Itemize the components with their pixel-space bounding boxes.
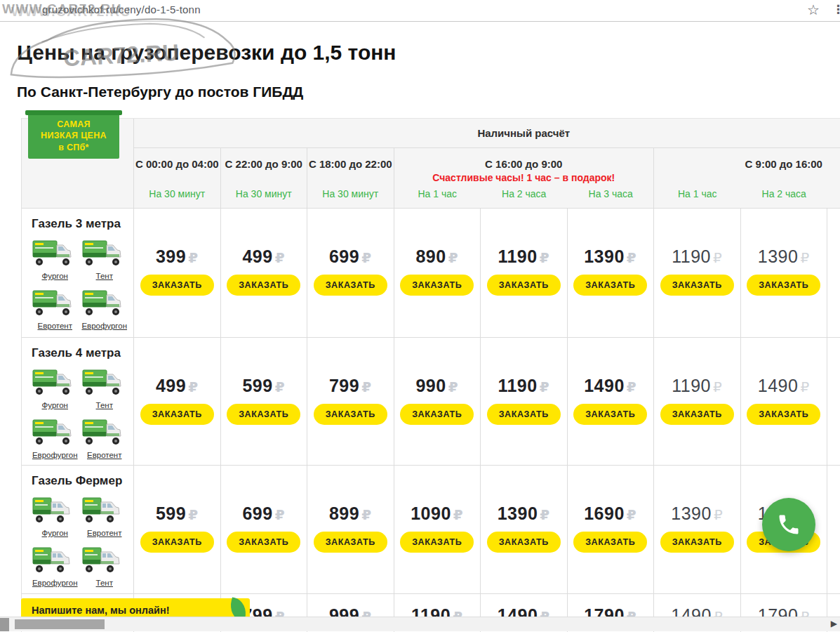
truck-image[interactable]: [32, 239, 78, 270]
order-button[interactable]: ЗАКАЗАТЬ: [487, 275, 561, 296]
bookmark-star-icon[interactable]: ☆: [807, 1, 820, 18]
vehicle-row-label: Газель 3 метраФургонТентЕвротентЕврофург…: [22, 209, 134, 338]
order-button[interactable]: ЗАКАЗАТЬ: [227, 275, 300, 296]
order-button[interactable]: ЗАКАЗАТЬ: [573, 404, 647, 425]
vehicle-type-link[interactable]: Тент: [96, 401, 113, 409]
truck-image[interactable]: [81, 419, 128, 449]
vehicle-type-link[interactable]: Тент: [96, 579, 113, 587]
browser-menu-icon[interactable]: ⋮: [832, 2, 840, 17]
order-button[interactable]: ЗАКАЗАТЬ: [573, 275, 647, 296]
ruble-sign: ₽: [361, 506, 371, 523]
order-button[interactable]: ЗАКАЗАТЬ: [660, 532, 734, 553]
price-cell: 1190₽ЗАКАЗАТЬ: [654, 209, 741, 338]
vehicle-type-link[interactable]: Еврофургон: [81, 322, 127, 330]
ruble-sign: ₽: [540, 506, 549, 523]
time-range-label: С 9:00 до 16:00: [654, 157, 840, 171]
price-cell: 1390₽ЗАКАЗАТЬ: [568, 209, 655, 338]
price-cell: 1090₽ЗАКАЗАТЬ: [394, 466, 481, 594]
page-subtitle: По Санкт-Петербургу до постов ГИБДД: [17, 84, 303, 100]
truck-image[interactable]: [81, 289, 128, 320]
order-button[interactable]: ЗАКАЗАТЬ: [573, 532, 647, 553]
time-slot-header: С 18:00 до 22:00На 30 минут: [307, 148, 394, 209]
price-value: 1190₽: [498, 376, 549, 396]
vehicle-type-link[interactable]: Еврофургон: [32, 451, 78, 459]
vehicle-row-title: Газель 3 метра: [32, 217, 129, 231]
order-button[interactable]: ЗАКАЗАТЬ: [400, 532, 474, 553]
truck-image[interactable]: [32, 419, 78, 449]
truck-image[interactable]: [81, 369, 128, 400]
price-value: 499₽: [242, 246, 285, 267]
order-button[interactable]: ЗАКАЗАТЬ: [314, 404, 387, 425]
price-value: 499₽: [156, 376, 199, 396]
price-cell: 1390₽ЗАКАЗАТЬ: [741, 209, 828, 338]
vehicle-type-link[interactable]: Фургон: [42, 529, 68, 537]
duration-label: На 30 минут: [221, 188, 307, 199]
time-range-label: С 22:00 до 9:00: [221, 157, 307, 171]
duration-label: На 2 часа: [481, 188, 568, 199]
scroll-right-arrow-icon[interactable]: ▶: [831, 619, 837, 628]
vehicle-type-link[interactable]: Еврофургон: [32, 579, 78, 587]
order-button[interactable]: ЗАКАЗАТЬ: [400, 275, 474, 296]
order-button[interactable]: ЗАКАЗАТЬ: [314, 275, 387, 296]
ruble-sign: ₽: [453, 506, 463, 523]
price-value: 1390₽: [758, 246, 810, 267]
vehicle-row-title: Газель 4 метра: [32, 346, 129, 360]
truck-image[interactable]: [81, 496, 128, 527]
price-cell: 1490₽ЗАКАЗАТЬ: [568, 338, 655, 466]
ruble-sign: ₽: [275, 506, 285, 523]
ruble-sign: ₽: [540, 249, 549, 266]
truck-image[interactable]: [32, 546, 78, 577]
order-button[interactable]: ЗАКАЗАТЬ: [660, 275, 734, 296]
order-button[interactable]: ЗАКАЗАТЬ: [227, 404, 300, 425]
truck-image[interactable]: [32, 289, 78, 320]
scrollbar-left-block[interactable]: [0, 618, 9, 631]
price-cell: 599₽ЗАКАЗАТЬ: [134, 466, 221, 594]
duration-label: На 30 минут: [307, 188, 394, 199]
duration-label: На 1 час: [394, 188, 481, 199]
order-button[interactable]: ЗАКАЗАТЬ: [400, 404, 474, 425]
ruble-sign: ₽: [800, 378, 809, 395]
order-button[interactable]: ЗАКАЗАТЬ: [140, 404, 214, 425]
order-button[interactable]: ЗАКАЗАТЬ: [140, 532, 214, 553]
order-button[interactable]: ЗАКАЗАТЬ: [660, 404, 734, 425]
table-spacer-cell: [827, 338, 840, 466]
time-range-label: С 00:00 до 04:00: [134, 157, 220, 171]
badge-line: в СПб*: [31, 142, 116, 153]
scrollbar-thumb[interactable]: [15, 619, 105, 629]
ruble-sign: ₽: [361, 249, 371, 266]
order-button[interactable]: ЗАКАЗАТЬ: [747, 275, 820, 296]
truck-image[interactable]: [81, 239, 128, 270]
price-cell: 499₽ЗАКАЗАТЬ: [221, 209, 308, 338]
vehicle-type-link[interactable]: Фургон: [42, 272, 68, 280]
order-button[interactable]: ЗАКАЗАТЬ: [487, 532, 561, 553]
price-cell: 1190₽ЗАКАЗАТЬ: [481, 338, 568, 466]
vehicle-type-link[interactable]: Фургон: [42, 401, 68, 409]
horizontal-scrollbar[interactable]: ▶: [0, 617, 840, 631]
truck-image[interactable]: [32, 369, 78, 400]
ruble-sign: ₽: [800, 249, 809, 266]
vehicle-type-link[interactable]: Евротент: [87, 529, 121, 537]
order-button[interactable]: ЗАКАЗАТЬ: [227, 532, 300, 553]
vehicle-type-link[interactable]: Евротент: [38, 322, 72, 330]
ruble-sign: ₽: [275, 249, 285, 266]
order-button[interactable]: ЗАКАЗАТЬ: [140, 275, 214, 296]
order-button[interactable]: ЗАКАЗАТЬ: [314, 532, 387, 553]
time-range-label: С 18:00 до 22:00: [307, 157, 394, 171]
url-text[interactable]: gruzovichkof.ru/ceny/do-1-5-tonn: [42, 4, 201, 15]
truck-image[interactable]: [81, 546, 128, 577]
phone-icon: [776, 512, 801, 537]
price-value: 1490₽: [584, 376, 636, 396]
ruble-sign: ₽: [448, 378, 458, 395]
ruble-sign: ₽: [188, 378, 198, 395]
price-value: 1190₽: [672, 376, 722, 396]
vehicle-type-link[interactable]: Евротент: [87, 451, 121, 459]
ruble-sign: ₽: [361, 378, 371, 395]
order-button[interactable]: ЗАКАЗАТЬ: [747, 404, 820, 425]
call-button[interactable]: [762, 498, 815, 551]
order-button[interactable]: ЗАКАЗАТЬ: [487, 404, 561, 425]
price-cell: 499₽ЗАКАЗАТЬ: [134, 338, 221, 466]
truck-image[interactable]: [32, 496, 78, 527]
vehicle-type-link[interactable]: Тент: [96, 272, 113, 280]
price-cell: 899₽ЗАКАЗАТЬ: [307, 466, 394, 594]
price-value: 1690₽: [584, 503, 636, 524]
